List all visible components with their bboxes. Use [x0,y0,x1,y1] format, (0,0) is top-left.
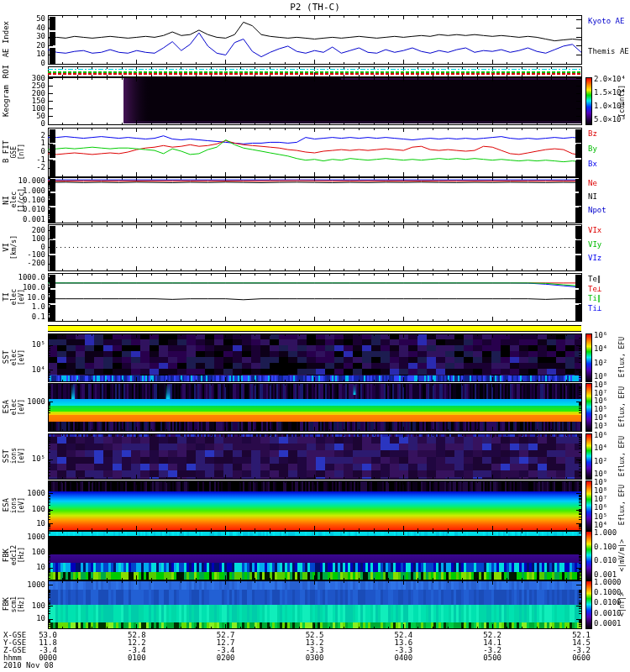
keogram-axis-label: Keogram [3,77,45,124]
themis-summary-figure: P2 (TH-C) 2010 Nov 08 50403020100AE Inde… [0,0,630,672]
ti-right-bar-0 [575,275,581,288]
esa_ion-axis-label-line-2: [eV] [18,497,26,513]
ti-series-Ti⊥ [48,283,581,287]
vi-axis-label-line-1: [km/s] [11,235,18,260]
bfit-x-ticks [48,128,581,176]
keogram-cbar-unit-text: [counts] [619,85,627,118]
esa_elec-axis-label-line-2: [eV] [18,399,26,415]
keogram-cbar-unit: [counts] [619,77,629,124]
fbk_scm1-cbar-unit-text: <|nT|> [619,592,627,617]
ae-series-Kyoto AE [48,22,581,40]
ae-axis-label: AE Index [3,15,45,64]
vi-left-bar-0 [50,226,55,239]
ti-panel-frame [49,274,582,322]
vi-axis-label: VI[km/s] [3,224,45,270]
fbk_scm1-colorbar [585,580,591,628]
bfit-series-Bx [48,140,581,162]
sst_ion-axis-label: SSTions[eV] [3,433,45,479]
ae-axis-label-line-0: AE Index [3,21,11,57]
ti-legend-Te⊥: Te⊥ [588,286,629,293]
ni-left-bar-0 [50,179,55,192]
bfit-series-By [48,141,581,155]
ni-legend-Ne: Ne [588,180,629,187]
ni-legend-Npot: Npot [588,207,629,214]
vi-left-bar-1 [50,240,55,253]
ae-left-bar-0 [50,17,55,30]
ti-left-bar-0 [50,275,55,288]
bfit-left-bar-1 [50,144,55,158]
sst_elec-cbar-unit: Eflux, EFU [619,333,629,381]
bfit-right-bar-2 [575,160,581,176]
fbk_edc12-cbar-unit: <|mV/m|> [619,531,629,580]
fbk_edc12-axis-label-line-2: [Hz] [18,547,26,563]
xaxis-hhmm-1: 0100 [128,654,146,662]
yellow-separator-bar [48,325,581,332]
xaxis-hhmm-5: 0500 [483,654,501,662]
ni-axis-label-line-2: [1/cc] [18,188,26,213]
sst_ion-cbar-unit: Eflux, EFU [619,433,629,479]
esa_ion-spectrogram-canvas [48,480,581,530]
sst_ion-colorbar [585,433,591,479]
ti-axis-label: TIelec[eV] [3,273,45,321]
ni-right-bar-2 [575,207,581,222]
ni-right-bar-1 [575,193,581,206]
sst_elec-cbar-unit-text: Eflux, EFU [619,337,627,377]
vi-right-bar-2 [575,255,581,270]
ae-x-ticks [48,15,581,64]
xaxis-hhmm-3: 0300 [306,654,324,662]
xaxis-hhmm-2: 0200 [217,654,235,662]
fbk_scm1-cbar-unit: <|nT|> [619,580,629,628]
esa_elec-spectrogram-canvas [48,383,581,431]
ae-series-Themis AE [48,33,581,57]
sst_elec-axis-label-line-2: [eV] [18,349,26,365]
bfit-axis-label: B FITGSE[nT] [3,128,45,176]
ni-right-bar-0 [575,179,581,192]
bfit-right-bar-1 [575,144,581,158]
sst_elec-colorbar [585,333,591,381]
vi-left-bar-2 [50,255,55,270]
ti-y-ticks [48,275,581,320]
xaxis-hhmm-0: 0000 [39,654,57,662]
bfit-left-bar-2 [50,160,55,176]
esa_ion-cbar-unit: Eflux, EFU [619,480,629,530]
bfit-series-Bz [48,136,581,144]
ae-panel-frame [49,16,582,65]
figure-title: P2 (TH-C) [0,2,630,13]
bfit-panel-frame [49,129,582,177]
ni-series-NI [48,182,581,183]
vi-panel-frame [49,225,582,271]
vi-legend-VIz: VIz [588,255,629,262]
esa_ion-colorbar [585,480,591,530]
roi-x-ticks [48,66,581,76]
bfit-legend-Bx: Bx [588,160,629,168]
fbk_edc12-cbar-unit-text: <|mV/m|> [619,539,627,572]
esa_elec-cbar-unit: Eflux, EFU [619,383,629,431]
fbk_edc12-colorbar [585,531,591,580]
bfit-legend-Bz: Bz [588,130,629,138]
esa_elec-cbar-unit-text: Eflux, EFU [619,386,627,427]
ti-x-ticks [48,273,581,321]
ni-y-ticks [48,179,581,222]
bfit-y-ticks [48,136,581,169]
ae-left-bar-1 [50,32,55,45]
sst_ion-axis-label-line-2: [eV] [18,448,26,464]
ti-axis-label-line-2: [eV] [18,289,26,305]
xaxis-hhmm-6: 0600 [572,654,591,662]
vi-right-bar-0 [575,226,581,239]
esa_ion-axis-label: ESAions[eV] [3,480,45,530]
ni-axis-label: NIelec[1/cc] [3,177,45,223]
ti-series-Te∥ [48,299,581,300]
sst_ion-spectrogram-canvas [48,433,581,479]
esa_elec-colorbar [585,383,591,431]
ti-series-Ti∥ [48,283,581,286]
ni-left-bar-2 [50,207,55,222]
ae-legend-Themis AE: Themis AE [588,48,629,55]
ni-left-bar-1 [50,193,55,206]
bfit-right-bar-0 [575,129,581,143]
fbk_scm1-spectrogram-canvas [48,580,581,628]
vi-legend-VIx: VIx [588,227,629,234]
roi-panel-frame [49,67,582,77]
esa_ion-cbar-unit-text: Eflux, EFU [619,485,627,525]
sst_elec-spectrogram-canvas [48,333,581,381]
vi-right-bar-1 [575,240,581,253]
